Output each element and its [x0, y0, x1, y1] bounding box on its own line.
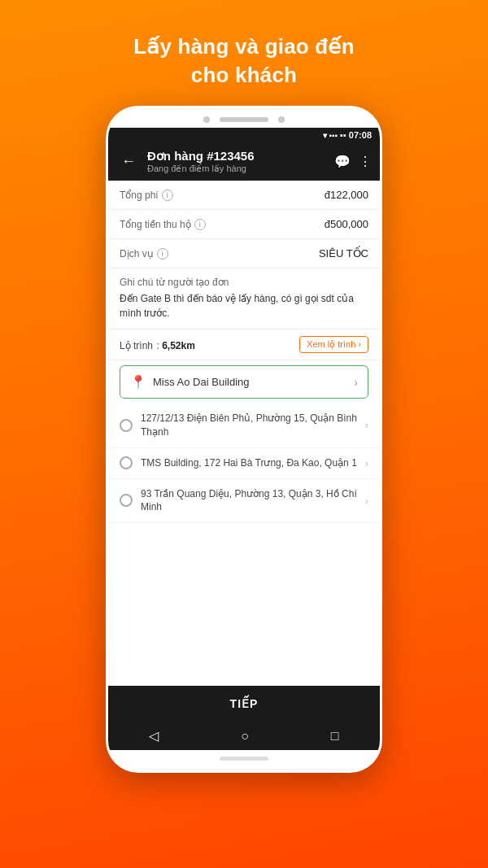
app-bar-actions: 💬 ⋮ — [334, 154, 372, 169]
header-text: Lấy hàng và giao đến cho khách — [133, 33, 354, 89]
location-item-2[interactable]: TMS Building, 172 Hai Bà Trưng, Đa Kao, … — [108, 448, 380, 479]
content-area: Tổng phí i đ122,000 Tổng tiền thu hộ i đ… — [108, 181, 380, 686]
volume-button — [380, 271, 382, 312]
battery-icon: ▪▪ — [340, 130, 346, 140]
nav-recent-icon[interactable]: □ — [331, 729, 339, 744]
active-location-item[interactable]: 📍 Miss Ao Dai Building › — [120, 365, 368, 399]
nav-back-icon[interactable]: ◁ — [149, 728, 159, 744]
front-camera — [203, 116, 210, 123]
route-distance: 6,52km — [162, 340, 195, 351]
sensor — [278, 116, 285, 123]
location-address-2: TMS Building, 172 Hai Bà Trưng, Đa Kao, … — [141, 456, 365, 470]
note-title: Ghi chú từ người tạo đơn — [120, 277, 368, 288]
location-address-1: 127/12/13 Điện Biên Phủ, Phường 15, Quận… — [141, 412, 365, 439]
service-row: Dịch vụ i SIÊU TỐC — [108, 239, 380, 268]
note-text: Đến Gate B thì đến báo vệ lấy hàng, có g… — [120, 291, 368, 321]
time-display: 07:08 — [349, 130, 372, 140]
service-value: SIÊU TỐC — [319, 247, 368, 260]
view-route-button[interactable]: Xem lộ trình › — [299, 336, 368, 353]
active-location-text: Miss Ao Dai Building — [153, 376, 354, 388]
route-header: Lộ trình : 6,52km Xem lộ trình › — [108, 329, 380, 360]
pickup-pin-icon: 📍 — [130, 374, 146, 390]
phone-shell: ▾ ▪▪▪ ▪▪ 07:08 ← Đơn hàng #123456 Đang đ… — [106, 106, 382, 773]
menu-icon[interactable]: ⋮ — [359, 154, 372, 169]
header-line2: cho khách — [191, 63, 297, 87]
total-fee-row: Tổng phí i đ122,000 — [108, 181, 380, 210]
phone-top — [108, 108, 380, 128]
chat-icon[interactable]: 💬 — [334, 154, 351, 169]
order-subtitle: Đang đến điểm lấy hàng — [147, 164, 328, 174]
header-line1: Lấy hàng và giao đến — [133, 34, 354, 59]
nav-home-icon[interactable]: ○ — [241, 729, 249, 744]
app-bar: ← Đơn hàng #123456 Đang đến điểm lấy hàn… — [108, 142, 380, 181]
nav-bar: ◁ ○ □ — [108, 722, 380, 750]
collect-fee-value: đ500,000 — [325, 218, 368, 230]
back-button[interactable]: ← — [116, 151, 141, 172]
tiep-button[interactable]: TIẾP — [108, 686, 380, 722]
fee-info-icon[interactable]: i — [162, 190, 173, 201]
location-item-3[interactable]: 93 Trần Quang Diệu, Phường 13, Quận 3, H… — [108, 479, 380, 524]
status-icons: ▾ ▪▪▪ ▪▪ 07:08 — [323, 130, 372, 140]
collect-fee-label: Tổng tiền thu hộ — [120, 219, 191, 230]
screen: ▾ ▪▪▪ ▪▪ 07:08 ← Đơn hàng #123456 Đang đ… — [108, 128, 380, 750]
chevron-icon-2: › — [365, 457, 368, 469]
speaker — [220, 117, 268, 122]
collect-info-icon[interactable]: i — [194, 219, 206, 230]
radio-icon-3 — [120, 494, 133, 507]
total-fee-label: Tổng phí — [120, 190, 159, 201]
home-bar — [220, 757, 268, 761]
service-label: Dịch vụ — [120, 248, 154, 260]
order-title: Đơn hàng #123456 — [147, 149, 328, 164]
status-bar: ▾ ▪▪▪ ▪▪ 07:08 — [108, 128, 380, 142]
total-fee-value: đ122,000 — [325, 189, 368, 201]
signal-icon: ▾ ▪▪▪ — [323, 131, 338, 140]
phone-bottom — [108, 750, 380, 770]
app-bar-title: Đơn hàng #123456 Đang đến điểm lấy hàng — [147, 149, 328, 174]
location-item-1[interactable]: 127/12/13 Điện Biên Phủ, Phường 15, Quận… — [108, 403, 380, 448]
chevron-icon-3: › — [365, 495, 368, 507]
radio-icon-2 — [120, 456, 133, 469]
chevron-icon-1: › — [365, 419, 368, 431]
service-info-icon[interactable]: i — [157, 248, 168, 260]
note-section: Ghi chú từ người tạo đơn Đến Gate B thì … — [108, 268, 380, 329]
radio-icon-1 — [120, 419, 133, 432]
active-location-arrow: › — [354, 376, 358, 389]
collect-fee-row: Tổng tiền thu hộ i đ500,000 — [108, 210, 380, 239]
route-label: Lộ trình — [120, 340, 153, 351]
location-address-3: 93 Trần Quang Diệu, Phường 13, Quận 3, H… — [141, 487, 365, 515]
